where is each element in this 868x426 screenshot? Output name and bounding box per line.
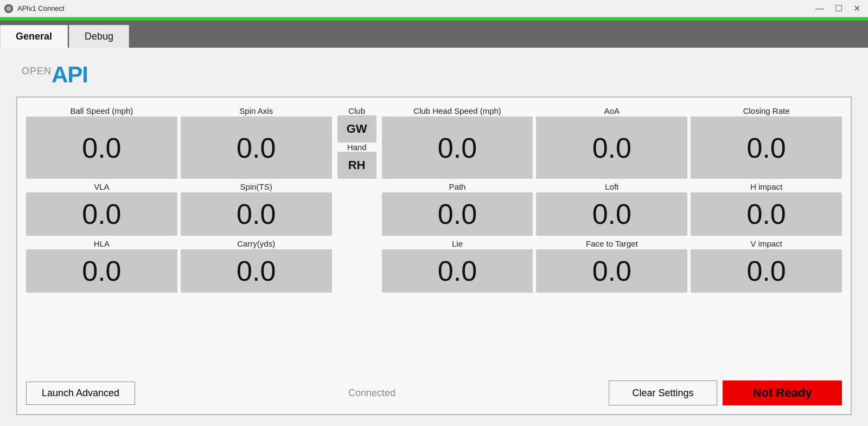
value-closing-rate: 0.0 (691, 117, 842, 179)
window-title: APIv1 Connect (17, 4, 65, 12)
right-buttons: Clear Settings Not Ready (609, 380, 842, 405)
label-closing-rate: Closing Rate (743, 106, 790, 115)
cell-spin-axis: Spin Axis 0.0 (181, 106, 332, 179)
value-aoa: 0.0 (536, 117, 687, 179)
value-ball-speed: 0.0 (26, 117, 177, 179)
value-face-to-target: 0.0 (536, 249, 687, 293)
logo-open: OPEN (22, 66, 52, 76)
value-hla: 0.0 (26, 249, 177, 293)
data-row-3: HLA 0.0 Carry(yds) 0.0 Lie 0.0 Face to T… (26, 239, 842, 293)
label-hla: HLA (94, 239, 110, 248)
logo: OPENAPI (22, 62, 88, 88)
not-ready-button[interactable]: Not Ready (723, 380, 842, 405)
label-spin-axis: Spin Axis (239, 106, 273, 115)
title-bar: APIv1 Connect — ☐ ✕ (0, 0, 868, 17)
hand-label: Hand (347, 143, 367, 152)
cell-hla: HLA 0.0 (26, 239, 177, 293)
spacer-row3 (335, 239, 379, 293)
status-text: Connected (348, 388, 395, 399)
data-row-1: Ball Speed (mph) 0.0 Spin Axis 0.0 Club … (26, 106, 842, 179)
logo-area: OPENAPI (16, 59, 852, 91)
value-v-impact: 0.0 (691, 249, 842, 293)
data-rows: Ball Speed (mph) 0.0 Spin Axis 0.0 Club … (26, 106, 842, 374)
window-controls: — ☐ ✕ (812, 3, 864, 14)
label-lie: Lie (452, 239, 463, 248)
cell-vla: VLA 0.0 (26, 182, 177, 236)
cell-path: Path 0.0 (382, 182, 533, 236)
club-hand-cell: Club GW Hand RH (335, 106, 379, 179)
label-v-impact: V impact (750, 239, 782, 248)
tab-bar: General Debug (0, 21, 868, 48)
cell-lie: Lie 0.0 (382, 239, 533, 293)
value-club-head-speed: 0.0 (382, 117, 533, 179)
data-row-2: VLA 0.0 Spin(TS) 0.0 Path 0.0 Loft 0.0 (26, 182, 842, 236)
bottom-bar: Launch Advanced Connected Clear Settings… (26, 380, 842, 405)
value-vla: 0.0 (26, 192, 177, 236)
clear-settings-button[interactable]: Clear Settings (609, 380, 717, 405)
value-lie: 0.0 (382, 249, 533, 293)
data-panel: Ball Speed (mph) 0.0 Spin Axis 0.0 Club … (16, 96, 852, 415)
value-h-impact: 0.0 (691, 192, 842, 236)
value-spin-ts: 0.0 (181, 192, 332, 236)
label-aoa: AoA (604, 106, 620, 115)
tab-debug[interactable]: Debug (69, 25, 129, 48)
cell-h-impact: H impact 0.0 (691, 182, 842, 236)
title-bar-left: APIv1 Connect (4, 4, 65, 13)
minimize-button[interactable]: — (812, 3, 827, 14)
cell-v-impact: V impact 0.0 (691, 239, 842, 293)
label-h-impact: H impact (750, 182, 782, 191)
label-spin-ts: Spin(TS) (240, 182, 272, 191)
app-icon (4, 4, 13, 13)
cell-loft: Loft 0.0 (536, 182, 687, 236)
label-face-to-target: Face to Target (586, 239, 638, 248)
label-vla: VLA (94, 182, 109, 191)
hand-item: Hand RH (335, 143, 379, 179)
cell-face-to-target: Face to Target 0.0 (536, 239, 687, 293)
value-path: 0.0 (382, 192, 533, 236)
cell-carry: Carry(yds) 0.0 (181, 239, 332, 293)
value-carry: 0.0 (181, 249, 332, 293)
label-club-head-speed: Club Head Speed (mph) (413, 106, 501, 115)
label-carry: Carry(yds) (237, 239, 275, 248)
logo-api: API (52, 62, 88, 87)
label-loft: Loft (605, 182, 618, 191)
label-path: Path (449, 182, 466, 191)
main-content: OPENAPI Ball Speed (mph) 0.0 Spin Axis 0… (0, 48, 868, 426)
cell-closing-rate: Closing Rate 0.0 (691, 106, 842, 179)
club-value: GW (337, 115, 376, 143)
tab-general[interactable]: General (0, 25, 68, 48)
cell-spin-ts: Spin(TS) 0.0 (181, 182, 332, 236)
cell-ball-speed: Ball Speed (mph) 0.0 (26, 106, 177, 179)
cell-aoa: AoA 0.0 (536, 106, 687, 179)
hand-value: RH (337, 152, 376, 179)
label-ball-speed: Ball Speed (mph) (70, 106, 133, 115)
launch-advanced-button[interactable]: Launch Advanced (26, 382, 135, 405)
maximize-button[interactable]: ☐ (832, 3, 846, 14)
value-spin-axis: 0.0 (181, 117, 332, 179)
spacer-row2 (335, 182, 379, 236)
value-loft: 0.0 (536, 192, 687, 236)
close-button[interactable]: ✕ (850, 3, 864, 14)
club-label: Club (348, 106, 365, 115)
club-item: Club GW (335, 106, 379, 143)
svg-point-0 (6, 6, 11, 11)
cell-club-head-speed: Club Head Speed (mph) 0.0 (382, 106, 533, 179)
